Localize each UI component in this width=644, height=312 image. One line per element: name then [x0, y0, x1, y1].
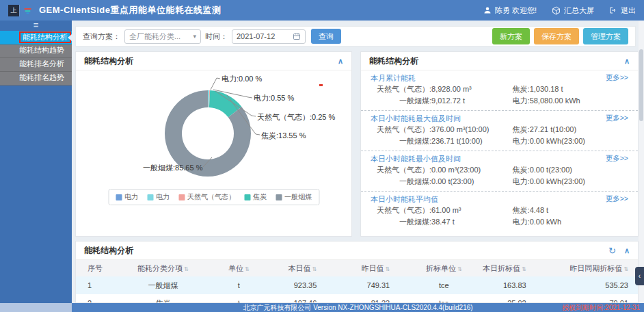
stat-label: 电力	[513, 135, 528, 147]
stat-item: 焦炭:1,030.18 t	[510, 83, 628, 95]
sidebar-item-label: 能耗排名趋势	[19, 72, 64, 85]
section-title-link[interactable]: 本月累计能耗	[371, 73, 416, 83]
logout-icon	[609, 6, 617, 14]
table-cell: 一般烟煤	[116, 276, 211, 294]
user-menu[interactable]: 陈勇 欢迎您!	[483, 5, 537, 16]
stat-item: 电力:0.00 kWh	[510, 216, 628, 228]
table-cell: 107.46	[267, 294, 340, 303]
sidebar-item-label: 能耗排名分析	[19, 58, 64, 71]
stat-label: 一般烟煤	[371, 135, 429, 147]
legend-label: 天然气（气态）	[187, 192, 235, 202]
legend-swatch	[178, 194, 185, 200]
collapse-icon[interactable]: ∧	[338, 57, 343, 65]
stat-item: 一般烟煤:236.71 t(10:00)	[371, 135, 510, 147]
query-plan-label: 查询方案：	[83, 31, 120, 42]
sidebar-item[interactable]: 能耗结构分析	[0, 31, 72, 44]
app-logo: 上	[8, 5, 33, 16]
sort-icon[interactable]: ⇅	[522, 266, 526, 272]
legend-swatch	[116, 194, 122, 200]
stat-item: 焦炭:4.48 t	[510, 205, 628, 216]
table-cell: 25.92	[475, 294, 554, 303]
stats-section: 本日小时能耗最大值及时间更多>>天然气（气态）:376.00 m³(10:00)…	[361, 111, 638, 151]
legend-item[interactable]: 天然气（气态）	[178, 192, 235, 202]
page-title: GEM-ClientSide重点用能单位能耗在线监测	[39, 4, 222, 16]
table-row[interactable]: 2焦炭t107.4681.33tce25.9279.01	[76, 294, 638, 303]
stat-item: 电力:58,080.00 kWh	[510, 95, 628, 107]
slice-label: 焦炭:13.55 %	[261, 131, 306, 141]
sidebar-item[interactable]: 能耗排名分析	[0, 58, 72, 72]
refresh-icon[interactable]: ↻	[608, 246, 616, 255]
scrollbar-thumb[interactable]	[639, 49, 643, 121]
section-title-link[interactable]: 本日小时能耗最大值及时间	[371, 114, 461, 124]
app-header: 上 GEM-ClientSide重点用能单位能耗在线监测 陈勇 欢迎您! 汇总大…	[0, 0, 644, 21]
table-cell: 81.33	[340, 294, 413, 303]
user-icon	[483, 6, 492, 14]
sort-icon[interactable]: ⇅	[623, 266, 628, 272]
cube-icon	[552, 6, 561, 15]
legend-item[interactable]: 电力	[116, 192, 138, 202]
energy-table: 序号能耗分类分项⇅单位⇅本日值⇅昨日值⇅折标单位⇅本日折标值⇅昨日同期折标值⇅ …	[76, 260, 638, 303]
stat-value: :0.00 t(23:00)	[429, 177, 474, 185]
stat-value: :8,928.00 m³	[429, 85, 472, 93]
sort-icon[interactable]: ⇅	[184, 266, 189, 272]
more-link[interactable]: 更多>>	[606, 114, 628, 123]
sort-icon[interactable]: ⇅	[245, 266, 250, 272]
logout-button[interactable]: 退出	[609, 5, 636, 16]
scrollbar[interactable]	[639, 21, 644, 303]
section-title-link[interactable]: 本日小时能耗最小值及时间	[371, 154, 461, 164]
stat-label: 天然气（气态）	[371, 83, 429, 95]
query-plan-select[interactable]: 全厂能耗分类... ▾	[124, 29, 201, 44]
collapse-icon[interactable]: ∧	[624, 247, 630, 255]
legend-item[interactable]: 电力	[147, 192, 170, 202]
new-plan-button[interactable]: 新方案	[492, 28, 530, 44]
stat-value: :0.00 t(23:00)	[528, 166, 572, 174]
stat-value: :0.00 m³(23:00)	[429, 166, 481, 174]
column-header[interactable]: 能耗分类分项⇅	[116, 260, 211, 276]
column-header[interactable]: 昨日值⇅	[340, 260, 413, 276]
header-actions: 陈勇 欢迎您! 汇总大屏 退出	[483, 5, 636, 16]
sidebar-item[interactable]: 能耗排名趋势	[0, 72, 72, 86]
more-link[interactable]: 更多>>	[606, 194, 628, 204]
menu-toggle-icon[interactable]: ≡	[0, 21, 72, 31]
stats-section: 本日小时能耗平均值更多>>天然气（气态）:61.00 m³焦炭:4.48 t一般…	[361, 192, 638, 231]
table-cell: 923.35	[267, 276, 340, 294]
column-header[interactable]: 昨日同期折标值⇅	[554, 260, 638, 276]
stats-panel-title: 能耗结构分析	[369, 55, 418, 67]
column-header[interactable]: 单位⇅	[211, 260, 267, 276]
legend-item[interactable]: 焦炭	[244, 192, 267, 202]
sort-icon[interactable]: ⇅	[457, 266, 462, 272]
table-row[interactable]: 1一般烟煤t923.35749.31tce163.83535.23	[76, 276, 638, 294]
table-panel-title: 能耗结构分析	[84, 245, 133, 257]
sort-icon[interactable]: ⇅	[312, 266, 317, 272]
collapse-panel-tab[interactable]: ‹	[635, 267, 644, 285]
sort-icon[interactable]: ⇅	[385, 266, 390, 272]
stat-label: 天然气（气态）	[371, 205, 429, 216]
search-button[interactable]: 查询	[311, 29, 341, 44]
section-title-link[interactable]: 本日小时能耗平均值	[371, 194, 438, 205]
column-header[interactable]: 折标单位⇅	[413, 260, 474, 276]
legend-label: 电力	[156, 192, 170, 202]
more-link[interactable]: 更多>>	[606, 73, 628, 83]
stat-label: 电力	[513, 176, 528, 187]
chevron-down-icon: ▾	[193, 33, 196, 40]
stat-item: 天然气（气态）:376.00 m³(10:00)	[371, 124, 510, 135]
manage-plan-button[interactable]: 管理方案	[583, 28, 628, 44]
date-input[interactable]: 2021-07-12	[232, 29, 306, 44]
legend-item[interactable]: 一般烟煤	[276, 192, 312, 202]
dashboard-link[interactable]: 汇总大屏	[552, 5, 594, 16]
collapse-icon[interactable]: ∧	[624, 57, 630, 65]
stat-value: :4.48 t	[528, 206, 549, 214]
column-header[interactable]: 本日值⇅	[267, 260, 340, 276]
column-header[interactable]: 本日折标值⇅	[475, 260, 554, 276]
stat-value: :236.71 t(10:00)	[429, 137, 483, 145]
table-cell: 2	[76, 294, 116, 303]
app-root: 上 GEM-ClientSide重点用能单位能耗在线监测 陈勇 欢迎您! 汇总大…	[0, 0, 644, 312]
query-plan-value: 全厂能耗分类...	[129, 31, 180, 42]
more-link[interactable]: 更多>>	[606, 154, 628, 164]
sidebar-item-label: 能耗结构分析	[19, 31, 71, 43]
table-cell: 749.31	[340, 276, 413, 294]
legend-label: 焦炭	[253, 192, 267, 202]
legend-label: 电力	[124, 192, 138, 202]
save-plan-button[interactable]: 保存方案	[534, 28, 579, 44]
sidebar-item[interactable]: 能耗结构趋势	[0, 44, 72, 58]
